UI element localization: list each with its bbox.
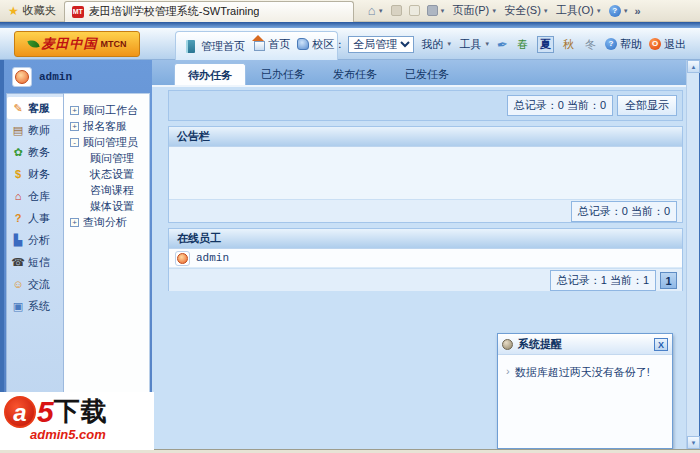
popup-message-row[interactable]: › 数据库超过两天没有备份了! bbox=[498, 355, 672, 390]
expand-icon[interactable]: + bbox=[70, 106, 79, 115]
toolbar-overflow-chevron[interactable]: » bbox=[635, 5, 641, 17]
season-autumn-button[interactable]: 秋 bbox=[561, 37, 576, 52]
leaf-icon bbox=[27, 39, 39, 49]
user-bar: admin bbox=[4, 60, 152, 93]
nav-my-menu[interactable]: 我的 ▼ bbox=[421, 37, 452, 52]
module-sms[interactable]: ☎ 短信 bbox=[7, 251, 63, 273]
task-records-badge: 总记录：0 当前：0 bbox=[507, 95, 613, 116]
page-1-button[interactable]: 1 bbox=[660, 272, 677, 289]
tree-query-analysis[interactable]: + 查询分析 bbox=[70, 214, 149, 230]
module-label: 教务 bbox=[28, 145, 50, 160]
admin5-site-label: admin5.com bbox=[30, 427, 154, 442]
browser-home-button[interactable]: ⌂ ▼ bbox=[368, 4, 384, 17]
chevron-down-icon: ▼ bbox=[623, 8, 629, 14]
rss-icon[interactable] bbox=[391, 5, 402, 16]
online-staff-panel: 在线员工 admin 总记录：1 当前：1 1 bbox=[168, 228, 683, 291]
browser-tab-title: 麦田培训学校管理系统-SWTraining bbox=[89, 4, 260, 19]
help-icon: ? bbox=[609, 5, 621, 17]
pencil-icon: ✎ bbox=[11, 102, 25, 115]
tab-done-tasks[interactable]: 已办任务 bbox=[248, 63, 318, 85]
module-academics[interactable]: ✿ 教务 bbox=[7, 141, 63, 163]
scroll-down-arrow[interactable]: ▼ bbox=[687, 436, 700, 449]
collapse-icon[interactable]: - bbox=[70, 138, 79, 147]
module-label: 短信 bbox=[28, 255, 50, 270]
help-icon: ? bbox=[605, 38, 617, 50]
show-all-button[interactable]: 全部显示 bbox=[617, 95, 677, 116]
theme-brush-icon: ✒ bbox=[496, 37, 509, 52]
nav-help-label: 帮助 bbox=[620, 37, 642, 52]
logo-text-en: MTCN bbox=[101, 39, 127, 49]
bullet-icon: › bbox=[506, 365, 510, 380]
tree-consultant-workbench[interactable]: + 顾问工作台 bbox=[70, 102, 149, 118]
module-system[interactable]: ▣ 系统 bbox=[7, 295, 63, 317]
favorites-button[interactable]: ★ 收藏夹 bbox=[0, 3, 64, 18]
tab-published-tasks[interactable]: 已发任务 bbox=[392, 63, 462, 85]
expand-icon[interactable]: + bbox=[70, 218, 79, 227]
chevron-down-icon: ▼ bbox=[484, 41, 490, 47]
vertical-scrollbar[interactable]: ▲ ▼ bbox=[686, 60, 699, 449]
security-menu[interactable]: 安全(S) ▼ bbox=[504, 3, 549, 18]
nav-home[interactable]: 首页 bbox=[252, 37, 290, 52]
page-tab-label: 管理首页 bbox=[201, 39, 245, 54]
bulletin-records-badge: 总记录：0 当前：0 bbox=[571, 201, 677, 222]
popup-header[interactable]: 系统提醒 X bbox=[498, 334, 672, 355]
nav-tools-menu[interactable]: 工具 ▼ bbox=[459, 37, 490, 52]
site-favicon: MT bbox=[72, 6, 84, 18]
module-finance[interactable]: $ 财务 bbox=[7, 163, 63, 185]
avatar-icon bbox=[15, 70, 29, 84]
module-teachers[interactable]: ▤ 教师 bbox=[7, 119, 63, 141]
pending-tasks-panel: 总记录：0 当前：0 全部显示 bbox=[168, 90, 683, 121]
chevron-down-icon: ▼ bbox=[446, 41, 452, 47]
nav-logout[interactable]: O 退出 bbox=[649, 37, 686, 52]
close-icon[interactable]: X bbox=[654, 338, 668, 351]
security-menu-label: 安全(S) bbox=[504, 3, 541, 18]
nav-help[interactable]: ? 帮助 bbox=[605, 37, 642, 52]
app-header: 麦田中国 MTCN 管理首页 首页 校区： 全局管理 我的 ▼ bbox=[0, 28, 700, 60]
tab-publish-tasks[interactable]: 发布任务 bbox=[320, 63, 390, 85]
module-hr[interactable]: ? 人事 bbox=[7, 207, 63, 229]
tree-label: 咨询课程 bbox=[90, 183, 134, 198]
tree-media-settings[interactable]: 媒体设置 bbox=[70, 198, 149, 214]
online-user-row[interactable]: admin bbox=[169, 249, 682, 268]
tree-status-settings[interactable]: 状态设置 bbox=[70, 166, 149, 182]
online-user-name: admin bbox=[196, 252, 229, 264]
question-box-icon: ? bbox=[11, 212, 25, 224]
read-mail-icon[interactable] bbox=[409, 5, 420, 16]
campus-label: 校区： bbox=[312, 37, 345, 52]
module-warehouse[interactable]: ⌂ 仓库 bbox=[7, 185, 63, 207]
tree-label: 查询分析 bbox=[83, 215, 127, 230]
nav-tools-label: 工具 bbox=[459, 37, 481, 52]
module-label: 分析 bbox=[28, 233, 50, 248]
tab-pending-tasks[interactable]: 待办任务 bbox=[174, 63, 246, 85]
module-communication[interactable]: ☺ 交流 bbox=[7, 273, 63, 295]
tools-menu[interactable]: 工具(O) ▼ bbox=[556, 3, 602, 18]
system-alert-popup: 系统提醒 X › 数据库超过两天没有备份了! bbox=[497, 333, 673, 449]
favorites-label: 收藏夹 bbox=[23, 3, 56, 18]
module-label: 交流 bbox=[28, 277, 50, 292]
tree-course-consult[interactable]: 咨询课程 bbox=[70, 182, 149, 198]
module-label: 人事 bbox=[28, 211, 50, 226]
module-label: 系统 bbox=[28, 299, 50, 314]
chevron-down-icon: ▼ bbox=[491, 8, 497, 14]
browser-help-button[interactable]: ? ▼ bbox=[609, 5, 629, 17]
print-button[interactable]: ▼ bbox=[427, 5, 446, 16]
online-staff-title: 在线员工 bbox=[177, 231, 221, 246]
expand-icon[interactable]: + bbox=[70, 122, 79, 131]
season-winter-button[interactable]: 冬 bbox=[583, 37, 598, 52]
module-customer-service[interactable]: ✎ 客服 bbox=[7, 97, 63, 119]
module-analysis[interactable]: ▙ 分析 bbox=[7, 229, 63, 251]
tree-label: 报名客服 bbox=[83, 119, 127, 134]
module-label: 仓库 bbox=[28, 189, 50, 204]
season-summer-button[interactable]: 夏 bbox=[537, 36, 554, 53]
season-spring-button[interactable]: 春 bbox=[515, 37, 530, 52]
tree-enrollment-service[interactable]: + 报名客服 bbox=[70, 118, 149, 134]
campus-select[interactable]: 全局管理 bbox=[348, 36, 414, 53]
page-menu[interactable]: 页面(P) ▼ bbox=[453, 3, 498, 18]
scroll-up-arrow[interactable]: ▲ bbox=[687, 60, 700, 73]
user-avatar bbox=[12, 67, 32, 87]
tree-consultant-admin[interactable]: - 顾问管理员 bbox=[70, 134, 149, 150]
hand-icon bbox=[297, 38, 309, 50]
browser-tab[interactable]: MT 麦田培训学校管理系统-SWTraining bbox=[64, 1, 354, 22]
bulletin-header: 公告栏 bbox=[169, 127, 682, 147]
tree-consultant-management[interactable]: 顾问管理 bbox=[70, 150, 149, 166]
